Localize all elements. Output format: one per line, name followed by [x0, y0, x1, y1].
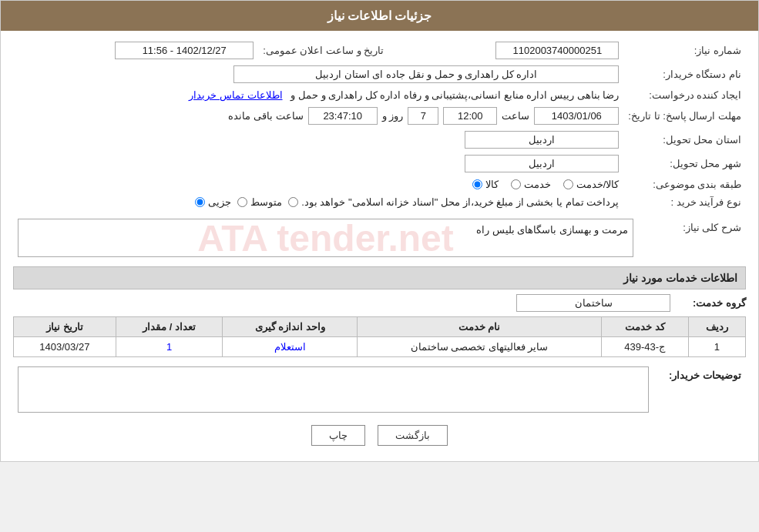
buyer-desc-box [18, 366, 649, 413]
category-label: طبقه بندی موضوعی: [623, 176, 746, 193]
category-option-kala-khadamat[interactable]: کالا/خدمت [563, 179, 620, 190]
deadline-time-label: ساعت [502, 110, 529, 122]
purchase-type-radios: پرداخت تمام یا بخشی از مبلغ خرید،از محل … [13, 193, 623, 211]
purchase-type-radio-bonds[interactable] [288, 197, 298, 207]
page-wrapper: جزئیات اطلاعات نیاز شماره نیاز: 11020037… [0, 0, 759, 462]
city-value: اردبیل [13, 152, 623, 176]
row-count: 1 [116, 337, 223, 357]
purchase-type-option-bonds[interactable]: پرداخت تمام یا بخشی از مبلغ خرید،از محل … [288, 196, 619, 208]
category-radio-kala[interactable] [472, 179, 482, 189]
need-number-label: شماره نیاز: [623, 38, 746, 62]
purchase-type-option-medium[interactable]: متوسط [237, 196, 282, 208]
publish-date-label: تاریخ و ساعت اعلان عمومی: [258, 38, 388, 62]
back-button[interactable]: بازگشت [378, 425, 448, 446]
page-title: جزئیات اطلاعات نیاز [327, 9, 432, 22]
creator-value: رضا بناهی رییس اداره منابع انسانی،پشتیبا… [13, 86, 623, 104]
col-unit: واحد اندازه گیری [223, 317, 358, 337]
service-group-label: گروه خدمت: [677, 297, 746, 309]
buyer-org-input: اداره کل راهداری و حمل و نقل جاده ای است… [233, 65, 619, 83]
row-unit: استعلام [223, 337, 358, 357]
table-row: 1 ج-43-439 سایر فعالیتهای تخصصی ساختمان … [14, 337, 746, 357]
city-input: اردبیل [465, 155, 619, 172]
col-count: تعداد / مقدار [116, 317, 223, 337]
category-radio-khadamat[interactable] [511, 179, 521, 189]
purchase-type-label: نوع فرآیند خرید : [623, 193, 746, 211]
service-group-row: گروه خدمت: ساختمان [13, 294, 746, 312]
buyer-desc-table: توضیحات خریدار: [13, 363, 746, 416]
watermark: ATA tender.net [197, 219, 453, 257]
buyer-org-value: اداره کل راهداری و حمل و نقل جاده ای است… [13, 62, 623, 86]
purchase-type-label-medium: متوسط [250, 196, 282, 208]
row-date: 1403/03/27 [14, 337, 116, 357]
category-label-kala-khadamat: کالا/خدمت [576, 179, 620, 190]
buttons-row: بازگشت چاپ [13, 416, 746, 453]
buyer-desc-label: توضیحات خریدار: [653, 363, 746, 416]
need-desc-table: شرح کلی نیاز: ATA tender.net مرمت و بهسا… [13, 216, 746, 260]
col-name: نام خدمت [358, 317, 601, 337]
need-number-input: 1102003740000251 [495, 42, 619, 59]
need-desc-text: مرمت و بهسازی باسگاهای بلیس راه [476, 224, 628, 236]
col-date: تاریخ نیاز [14, 317, 116, 337]
col-row: ردیف [688, 317, 745, 337]
service-group-input: ساختمان [516, 294, 670, 312]
deadline-days-input: 7 [408, 107, 438, 125]
purchase-type-option-small[interactable]: جزیی [195, 196, 231, 208]
deadline-remaining-input: 23:47:10 [308, 107, 378, 125]
need-number-value: 1102003740000251 [404, 38, 623, 62]
creator-label: ایجاد کننده درخواست: [623, 86, 746, 104]
deadline-date-input: 1403/01/06 [534, 107, 619, 125]
publish-date-input: 1402/12/27 - 11:56 [115, 42, 254, 59]
category-radios: کالا/خدمت خدمت کالا [13, 176, 623, 193]
creator-link[interactable]: اطلاعات تماس خریدار [189, 89, 282, 101]
deadline-row: 1403/01/06 ساعت 12:00 7 روز و 23:47:10 س… [13, 104, 623, 128]
col-code: کد خدمت [601, 317, 688, 337]
creator-text: رضا بناهی رییس اداره منابع انسانی،پشتیبا… [291, 89, 619, 101]
buyer-desc-cell [13, 363, 653, 416]
publish-date-value: 1402/12/27 - 11:56 [13, 38, 258, 62]
buyer-desc-section: توضیحات خریدار: [13, 363, 746, 416]
purchase-type-radio-small[interactable] [195, 197, 205, 207]
main-info-table: شماره نیاز: 1102003740000251 تاریخ و ساع… [13, 38, 746, 211]
need-desc-box: ATA tender.net مرمت و بهسازی باسگاهای بل… [18, 219, 633, 257]
need-desc-value: ATA tender.net مرمت و بهسازی باسگاهای بل… [13, 216, 638, 260]
category-label-khadamat: خدمت [524, 179, 551, 190]
city-label: شهر محل تحویل: [623, 152, 746, 176]
category-label-kala: کالا [485, 179, 499, 190]
services-section-title: اطلاعات خدمات مورد نیاز [13, 266, 746, 289]
purchase-type-label-small: جزیی [208, 196, 231, 208]
row-code: ج-43-439 [601, 337, 688, 357]
category-option-kala[interactable]: کالا [472, 179, 499, 190]
content-area: شماره نیاز: 1102003740000251 تاریخ و ساع… [1, 31, 758, 461]
purchase-type-label-bonds: پرداخت تمام یا بخشی از مبلغ خرید،از محل … [301, 196, 619, 208]
row-num: 1 [688, 337, 745, 357]
category-option-khadamat[interactable]: خدمت [511, 179, 551, 190]
row-name: سایر فعالیتهای تخصصی ساختمان [358, 337, 601, 357]
province-label: استان محل تحویل: [623, 128, 746, 152]
deadline-time-input: 12:00 [443, 107, 497, 125]
deadline-label: مهلت ارسال پاسخ: تا تاریخ: [623, 104, 746, 128]
deadline-remaining-label: ساعت باقی مانده [228, 110, 303, 122]
need-desc-label: شرح کلی نیاز: [638, 216, 746, 260]
province-input: اردبیل [465, 131, 619, 149]
buyer-org-label: نام دستگاه خریدار: [623, 62, 746, 86]
purchase-type-radio-medium[interactable] [237, 197, 247, 207]
print-button[interactable]: چاپ [311, 425, 365, 446]
category-radio-kala-khadamat[interactable] [563, 179, 573, 189]
province-value: اردبیل [13, 128, 623, 152]
page-header: جزئیات اطلاعات نیاز [1, 1, 758, 31]
deadline-days-label: روز و [382, 110, 404, 122]
services-table: ردیف کد خدمت نام خدمت واحد اندازه گیری ت… [13, 316, 746, 357]
